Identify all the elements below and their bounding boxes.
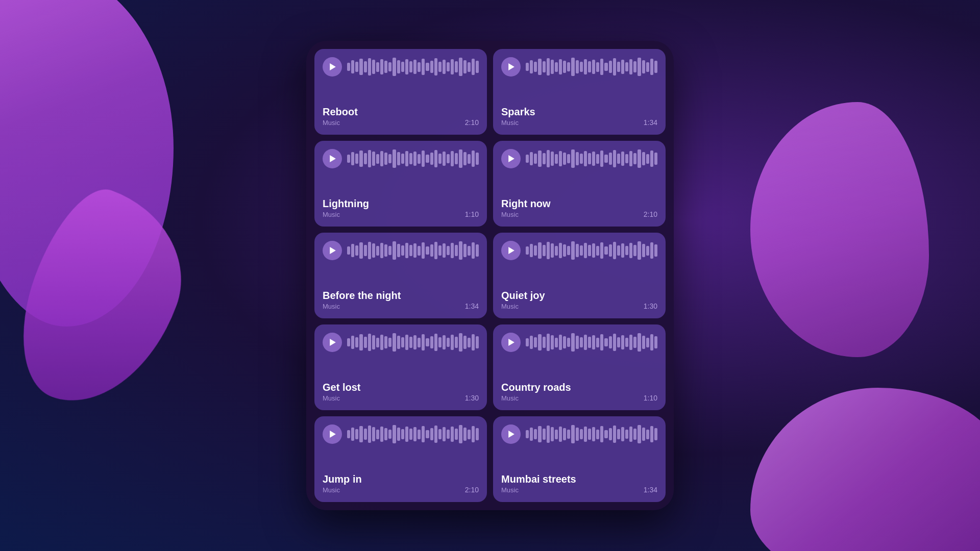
waveform-bar [654,61,657,73]
play-button[interactable] [501,241,521,260]
music-card[interactable]: Before the nightMusic1:34 [314,233,487,318]
track-info: Jump inMusic [323,473,362,494]
waveform-bar [580,429,583,440]
waveform-bar [372,335,375,350]
waveform-bar [393,149,396,168]
waveform-bar [629,59,632,74]
waveform-bar [584,427,587,442]
waveform-bar [584,335,587,350]
waveform-bar [463,336,467,349]
waveform [347,149,479,168]
waveform-bar [463,152,467,166]
waveform-bar [547,425,550,443]
waveform-bar [650,59,653,75]
waveform-bar [472,334,475,350]
waveform-bar [526,430,529,438]
waveform-bar [443,335,446,350]
music-card[interactable]: Right nowMusic2:10 [493,141,666,227]
waveform-bar [609,61,612,73]
waveform-bar [621,427,624,442]
waveform-bar [459,58,462,76]
waveform-bar [364,337,367,348]
play-button[interactable] [501,149,521,168]
waveform-bar [447,246,450,255]
waveform-bar [642,428,645,441]
waveform-bar [596,62,599,72]
waveform-bar [625,62,628,71]
waveform-bar [638,58,641,76]
waveform-bar [596,430,599,439]
svg-marker-9 [508,431,514,438]
waveform-bar [476,428,479,441]
waveform-bar [563,336,566,349]
waveform-bar [629,243,632,258]
waveform-bar [621,152,624,166]
waveform-bar [571,425,574,443]
play-button[interactable] [323,424,342,444]
music-card[interactable]: Jump inMusic2:10 [314,416,487,502]
card-top [323,333,479,352]
waveform-bar [393,58,396,76]
waveform-bar [543,429,546,440]
waveform-bar [405,59,408,74]
waveform-bar [638,425,641,443]
waveform-bar [613,242,616,259]
card-bottom: Right nowMusic2:10 [501,197,657,218]
play-button[interactable] [323,241,342,260]
waveform-bar [347,155,350,162]
music-card[interactable]: RebootMusic2:10 [314,49,487,135]
waveform-bar [551,243,554,258]
waveform-bar [455,153,458,165]
waveform-bar [355,429,358,440]
play-button[interactable] [323,149,342,168]
waveform-bar [530,60,533,74]
waveform [347,333,479,352]
waveform-bar [530,428,533,441]
waveform-bar [625,430,628,438]
track-info: Right nowMusic [501,197,551,218]
waveform-bar [405,243,408,258]
music-card[interactable]: LightningMusic1:10 [314,141,487,227]
waveform-bar [468,62,471,72]
play-button[interactable] [323,57,342,77]
track-genre: Music [323,211,369,218]
waveform-bar [443,60,446,74]
waveform-bar [534,429,537,440]
play-button[interactable] [501,424,521,444]
waveform [526,57,657,77]
music-card[interactable]: Mumbai streetsMusic1:34 [493,416,666,502]
waveform-bar [604,246,607,254]
waveform-bar [384,336,387,349]
card-top [323,57,479,77]
music-card[interactable]: SparksMusic1:34 [493,49,666,135]
waveform-bar [355,245,358,256]
waveform-bar [592,243,595,258]
waveform-bar [397,152,400,166]
waveform-bar [422,334,425,350]
play-button[interactable] [323,333,342,352]
waveform-bar [418,154,421,164]
waveform-bar [563,428,566,441]
waveform-bar [368,425,371,443]
waveform-bar [430,244,433,257]
music-card[interactable]: Quiet joyMusic1:30 [493,233,666,318]
play-button[interactable] [501,57,521,77]
track-info: Country roadsMusic [501,381,571,402]
waveform-bar [418,338,421,347]
waveform-bar [455,337,458,348]
play-button[interactable] [501,333,521,352]
waveform-bar [413,243,416,258]
waveform-bar [604,63,607,70]
waveform-bar [551,60,554,74]
track-title: Reboot [323,106,358,118]
waveform-bar [567,430,570,438]
track-genre: Music [323,303,401,310]
waveform-bar [534,154,537,164]
waveform-bar [380,151,383,166]
music-card[interactable]: Country roadsMusic1:10 [493,324,666,410]
waveform-bar [430,336,433,349]
waveform-bar [368,334,371,351]
svg-marker-0 [330,63,336,70]
music-card[interactable]: Get lostMusic1:30 [314,324,487,410]
waveform-bar [434,334,437,351]
